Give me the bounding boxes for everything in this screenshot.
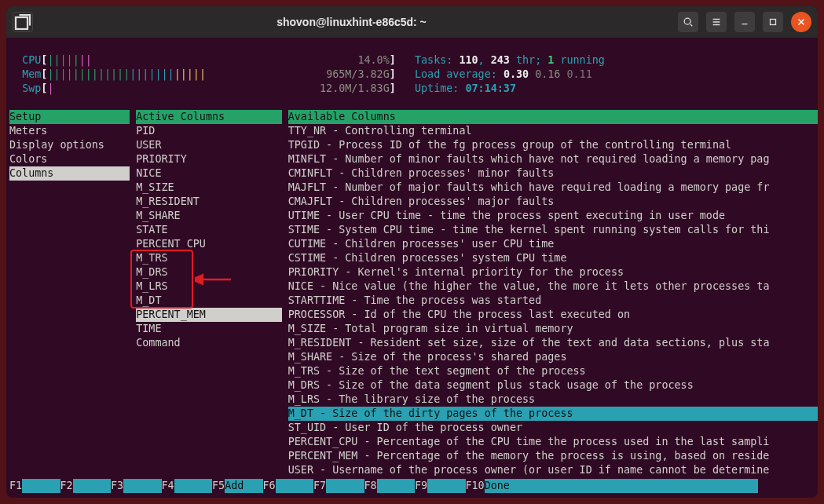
available-column-item[interactable]: M_RESIDENT - Resident set size, size of …	[288, 337, 818, 349]
fnkey-f1[interactable]: F1	[9, 480, 22, 491]
fnkey-f4[interactable]: F4	[162, 480, 174, 491]
terminal-window: shovon@linuxhint-e86c5d: ~ CPU[||||||| 1…	[6, 6, 818, 498]
close-button[interactable]	[791, 12, 811, 32]
fnkey-f5-label[interactable]: Add	[225, 479, 262, 493]
available-column-item[interactable]: TTY_NR - Controlling terminal	[288, 125, 818, 137]
available-column-item[interactable]: ST_UID - User ID of the process owner	[288, 422, 818, 433]
cpu-meter: CPU[||||||| 14.0%] Tasks: 110, 243 thr; …	[9, 53, 815, 68]
mem-meter: Mem[||||||||||||||||||||||||| 965M/3.82G…	[9, 68, 815, 82]
fnkey-f7-label[interactable]	[326, 479, 364, 493]
active-column-item[interactable]: M_SIZE	[136, 181, 281, 193]
swp-meter: Swp[| 12.0M/1.83G] Uptime: 07:14:37	[9, 82, 815, 96]
search-button[interactable]	[678, 12, 698, 32]
fnkey-f3[interactable]: F3	[111, 480, 123, 491]
fnkey-f1-label[interactable]	[22, 479, 60, 493]
available-column-item[interactable]: USER - Username of the process owner (or…	[288, 464, 818, 476]
minimize-button[interactable]	[734, 12, 755, 32]
titlebar: shovon@linuxhint-e86c5d: ~	[6, 6, 818, 38]
fnkey-f10-label[interactable]: Done	[485, 479, 522, 493]
available-column-item[interactable]: M_DRS - Size of the data segment plus st…	[288, 379, 818, 391]
fnkey-f2-label[interactable]	[73, 479, 111, 493]
available-column-item[interactable]: NICE - Nice value (the higher the value,…	[288, 280, 818, 292]
active-column-item[interactable]: PID	[136, 125, 281, 137]
active-column-item[interactable]: NICE	[136, 167, 281, 179]
available-column-item[interactable]: PERCENT_CPU - Percentage of the CPU time…	[288, 436, 818, 447]
setup-item[interactable]: Display options	[9, 139, 130, 151]
meter-row	[9, 39, 815, 53]
new-tab-icon[interactable]	[13, 12, 33, 32]
setup-item[interactable]: Meters	[9, 125, 130, 137]
available-column-item[interactable]: M_SHARE - Size of the process's shared p…	[288, 351, 818, 363]
function-key-bar: F1 F2 F3 F4 F5Add F6 F7 F8 F9 F10Done	[9, 479, 815, 493]
available-column-item[interactable]: MINFLT - Number of minor faults which ha…	[288, 153, 818, 165]
fnkey-f9[interactable]: F9	[415, 480, 427, 491]
active-column-item[interactable]: STATE	[136, 224, 281, 236]
available-column-item[interactable]: PERCENT_MEM - Percentage of the memory t…	[288, 450, 818, 462]
available-column-item[interactable]: PRIORITY - Kernel's internal priority fo…	[288, 266, 818, 278]
fnkey-f3-label[interactable]	[123, 479, 161, 493]
window-title: shovon@linuxhint-e86c5d: ~	[33, 16, 670, 28]
fnkey-f2[interactable]: F2	[60, 480, 73, 491]
active-column-item[interactable]: M_DRS	[136, 266, 281, 278]
available-column-item[interactable]: UTIME - User CPU time - time the process…	[288, 210, 818, 221]
available-column-item[interactable]: TPGID - Process ID of the fg process gro…	[288, 139, 818, 151]
setup-item[interactable]: Colors	[9, 153, 130, 165]
terminal-body[interactable]: CPU[||||||| 14.0%] Tasks: 110, 243 thr; …	[6, 38, 818, 498]
menu-button[interactable]	[706, 12, 727, 32]
column-headers: Setup Active Columns Available Columns	[9, 110, 815, 124]
active-column-item[interactable]: M_RESIDENT	[136, 195, 281, 207]
active-column-item[interactable]: M_DT	[136, 294, 281, 306]
fnkey-f5[interactable]: F5	[212, 480, 225, 491]
available-column-item[interactable]: M_LRS - The library size of the process	[288, 393, 818, 405]
available-column-selected[interactable]: M_DT - Size of the dirty pages of the pr…	[288, 407, 818, 421]
active-column-item[interactable]: M_TRS	[136, 252, 281, 264]
svg-point-1	[684, 18, 690, 24]
active-column-item[interactable]: M_SHARE	[136, 210, 281, 221]
available-column-item[interactable]: CSTIME - Children processes' system CPU …	[288, 252, 818, 264]
available-column-item[interactable]: PROCESSOR - Id of the CPU the process la…	[288, 309, 818, 320]
maximize-button[interactable]	[763, 12, 783, 32]
active-column-selected[interactable]: PERCENT_MEM	[136, 308, 281, 322]
fnkey-f4-label[interactable]	[174, 479, 212, 493]
active-column-item[interactable]: Command	[136, 337, 281, 349]
active-column-item[interactable]: PRIORITY	[136, 153, 281, 165]
fnkey-f9-label[interactable]	[427, 479, 465, 493]
available-column-item[interactable]: CMINFLT - Children processes' minor faul…	[288, 167, 818, 179]
fnkey-f10[interactable]: F10	[466, 480, 485, 491]
setup-item-selected[interactable]: Columns	[9, 166, 130, 181]
available-column-item[interactable]: M_SIZE - Total program size in virtual m…	[288, 323, 818, 334]
fnkey-f7[interactable]: F7	[313, 480, 326, 491]
fnkey-f6-label[interactable]	[276, 479, 313, 493]
svg-rect-2	[771, 20, 776, 25]
active-column-item[interactable]: M_LRS	[136, 280, 281, 292]
active-column-item[interactable]: USER	[136, 139, 281, 151]
svg-rect-0	[16, 17, 27, 29]
fnkey-f6[interactable]: F6	[263, 480, 276, 491]
available-column-item[interactable]: M_TRS - Size of the text segment of the …	[288, 365, 818, 377]
available-column-item[interactable]: CUTIME - Children processes' user CPU ti…	[288, 238, 818, 250]
active-column-item[interactable]: TIME	[136, 323, 281, 334]
fnkey-f8-label[interactable]	[377, 479, 415, 493]
available-column-item[interactable]: STIME - System CPU time - time the kerne…	[288, 224, 818, 236]
available-column-item[interactable]: CMAJFLT - Children processes' major faul…	[288, 195, 818, 207]
available-column-item[interactable]: STARTTIME - Time the process was started	[288, 294, 818, 306]
available-column-item[interactable]: MAJFLT - Number of major faults which ha…	[288, 181, 818, 193]
fnkey-f8[interactable]: F8	[364, 480, 377, 491]
active-column-item[interactable]: PERCENT_CPU	[136, 238, 281, 250]
